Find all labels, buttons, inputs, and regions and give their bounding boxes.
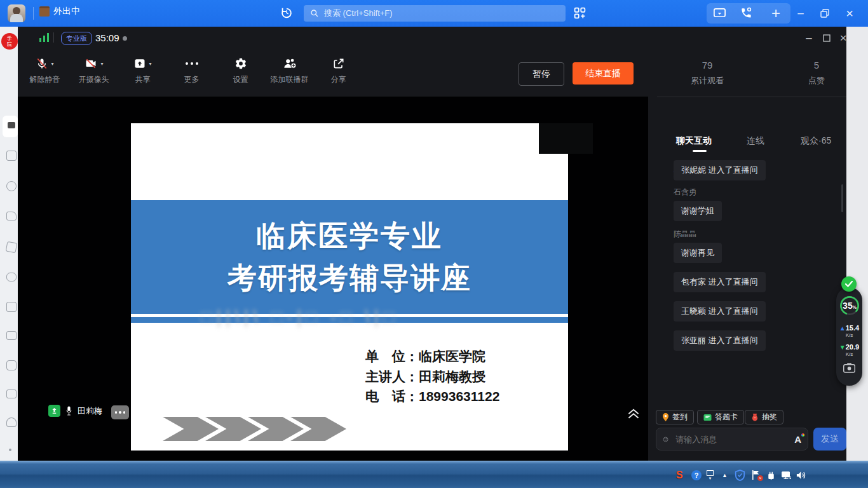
lucky-bag-icon <box>751 413 759 421</box>
status-text: 外出中 <box>53 6 80 17</box>
mic-muted-icon: ▾ <box>36 57 53 70</box>
settings-button[interactable]: 设置 <box>216 57 265 85</box>
screenshot-camera-icon[interactable] <box>843 362 856 374</box>
sidebar-icon[interactable] <box>6 212 17 220</box>
background-sidebar: 学院 <box>0 27 18 461</box>
screencast-icon[interactable] <box>712 6 727 20</box>
tray-network-icon[interactable] <box>780 461 792 488</box>
presenter-more-button[interactable] <box>111 405 129 419</box>
sign-in-button[interactable]: 签到 <box>656 410 694 424</box>
history-icon[interactable] <box>280 6 294 20</box>
chat-system-message: 王晓颖 进入了直播间 <box>674 301 766 322</box>
sidebar-icon[interactable] <box>6 417 17 427</box>
sidebar-selected-item[interactable] <box>3 116 18 137</box>
share-link-button[interactable]: 分享 <box>314 57 363 85</box>
speed-gauge: 35% <box>839 295 860 316</box>
tab-connect[interactable]: 连线 <box>747 135 764 147</box>
signal-strength-icon <box>39 33 49 42</box>
views-stat: 79 累计观看 <box>666 60 749 86</box>
sidebar-icon[interactable] <box>6 151 17 161</box>
chat-scrollbar[interactable] <box>841 184 843 212</box>
sidebar-icon[interactable] <box>6 273 17 281</box>
text-style-icon[interactable]: A <box>794 434 801 445</box>
slide-info-speaker: 主讲人：田莉梅教授 <box>365 367 499 387</box>
cpu-percent: 35% <box>839 301 860 311</box>
main-close-button[interactable]: × <box>840 4 859 23</box>
gear-icon <box>234 57 247 70</box>
location-pin-icon <box>662 413 669 421</box>
tray-sogou-icon[interactable]: S <box>676 461 683 488</box>
tray-action-center-flag-icon[interactable]: × <box>751 461 761 488</box>
tray-hidden-icons-arrow[interactable]: ▲ <box>722 461 728 488</box>
chat-system-message: 张妮妮 进入了直播间 <box>674 160 766 180</box>
share-screen-button[interactable]: ▾ 共享 <box>118 57 167 85</box>
sidebar-icon[interactable] <box>6 390 17 398</box>
tray-help-icon[interactable]: ? <box>691 461 702 488</box>
likes-stat: 5 点赞 <box>775 60 858 86</box>
presentation-slide: 临床医学专业 考研报考辅导讲座 □||\|\ □-|□ -□ \|□ 单 位：临… <box>131 123 568 451</box>
main-titlebar: 外出中 搜索 (Ctrl+Shift+F) + – × <box>0 0 868 27</box>
status-indicator[interactable]: 外出中 <box>39 6 80 17</box>
end-live-button[interactable]: 结束直播 <box>573 62 634 85</box>
presenter-overlay: 田莉梅 <box>48 405 102 417</box>
emoji-icon <box>663 434 668 445</box>
sidebar-icon[interactable] <box>6 302 17 312</box>
slide-title-banner: 临床医学专业 考研报考辅导讲座 <box>131 200 568 314</box>
sidebar-icon[interactable] <box>6 181 17 191</box>
sidebar-more-dot <box>9 449 11 451</box>
slide-info-unit: 单 位：临床医学院 <box>365 346 499 367</box>
chat-system-message: 包有家 进入了直播间 <box>674 272 766 292</box>
answer-card-icon <box>703 414 712 421</box>
avatar[interactable] <box>8 4 25 22</box>
camera-on-button[interactable]: ▾ 开摄像头 <box>69 57 118 85</box>
more-button[interactable]: 更多 <box>167 57 216 85</box>
sidebar-icon[interactable] <box>6 360 17 370</box>
new-tab-plus-icon[interactable]: + <box>766 4 785 23</box>
tray-volume-icon[interactable] <box>796 461 806 488</box>
add-co-broadcast-group-button[interactable]: 添加联播群 <box>265 57 314 85</box>
tray-360-shield-icon[interactable] <box>735 461 745 488</box>
tab-chat[interactable]: 聊天互动 <box>676 135 712 147</box>
tray-usb-icon[interactable] <box>766 461 776 488</box>
pause-button[interactable]: 暂停 <box>519 62 564 86</box>
apps-grid-icon[interactable] <box>573 6 587 20</box>
security-shield-icon[interactable] <box>841 276 857 292</box>
likes-count: 5 <box>775 60 858 71</box>
camera-muted-icon: ▾ <box>84 57 103 70</box>
screenshare-active-icon <box>48 405 60 417</box>
main-restore-button[interactable] <box>815 4 834 23</box>
chat-username: 石含勇 <box>674 187 696 198</box>
desktop: 外出中 搜索 (Ctrl+Shift+F) + – × 学院 <box>0 0 868 488</box>
school-logo: 学院 <box>1 33 18 50</box>
unmute-button[interactable]: ▾ 解除静音 <box>20 57 69 85</box>
tab-audience[interactable]: 观众·65 <box>801 135 831 147</box>
lottery-button[interactable]: 抽奖 <box>745 410 783 424</box>
external-share-icon <box>332 57 345 70</box>
sidebar-icon[interactable] <box>6 241 18 254</box>
presenter-mic-icon <box>65 405 73 416</box>
sidebar-icon[interactable] <box>6 331 17 340</box>
header-divider <box>53 32 54 43</box>
main-minimize-button[interactable]: – <box>791 4 810 23</box>
presenter-name: 田莉梅 <box>78 405 102 417</box>
phone-call-icon[interactable] <box>739 6 753 20</box>
search-input[interactable]: 搜索 (Ctrl+Shift+F) <box>304 5 566 22</box>
send-button[interactable]: 发送 <box>813 428 846 451</box>
answer-card-button[interactable]: 答题卡 <box>697 410 744 424</box>
more-dots-icon <box>186 57 198 70</box>
briefcase-icon <box>39 6 50 17</box>
share-screen-icon: ▾ <box>133 57 151 70</box>
views-label: 累计观看 <box>666 75 749 86</box>
chat-message: 谢谢学姐 <box>674 201 722 221</box>
speed-ball-widget[interactable]: 35% ▲15.4 K/s ▼20.9 K/s <box>836 287 862 386</box>
group-add-icon <box>282 57 297 70</box>
message-input-box[interactable]: A <box>656 428 808 451</box>
tray-window-icon[interactable]: ▼ <box>707 461 714 488</box>
slide-info-phone: 电 话：18993631122 <box>365 386 499 407</box>
titlebar-divider <box>33 7 34 20</box>
message-input[interactable] <box>674 434 789 445</box>
live-window: 专业版 35:09 – × ▾ 解除静音 ▾ 开摄像头 <box>18 27 846 461</box>
chat-username: 陈晶晶 <box>674 229 696 240</box>
collapse-chevron-icon[interactable] <box>625 404 642 421</box>
panel-divider <box>657 97 846 97</box>
